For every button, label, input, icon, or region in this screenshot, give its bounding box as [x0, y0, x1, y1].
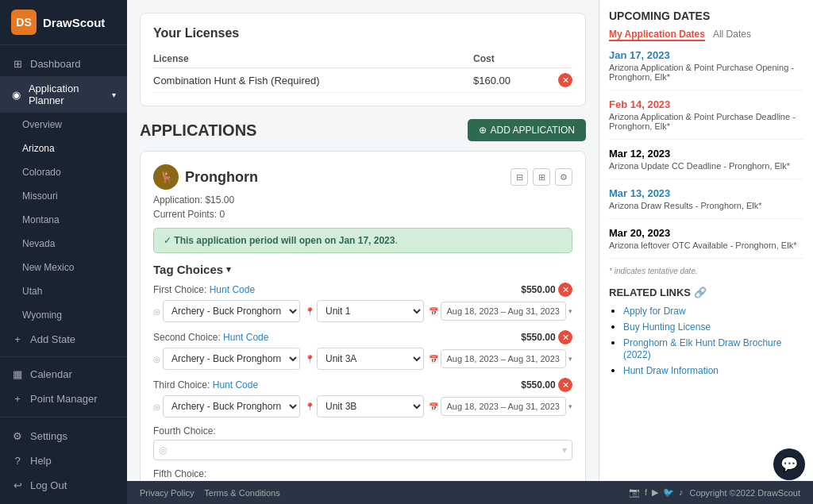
hunt-code-link-2[interactable]: Hunt Code — [223, 332, 268, 343]
tab-my-dates[interactable]: My Application Dates — [609, 29, 705, 41]
date-item-1: Jan 17, 2023 Arizona Application & Point… — [609, 49, 803, 90]
app-points: 0 — [219, 209, 225, 220]
sidebar-item-new-mexico[interactable]: New Mexico — [0, 256, 127, 279]
related-link-3: Pronghorn & Elk Hunt Draw Brochure (2022… — [623, 337, 803, 360]
date-desc-5: Arizona leftover OTC Available - Prongho… — [609, 240, 803, 250]
logo-area: DS DrawScout — [0, 0, 127, 45]
sidebar-item-label: Nevada — [22, 238, 55, 249]
remove-choice-2-button[interactable]: ✕ — [558, 330, 572, 344]
center-pane: Your Licenses License Cost Combination H… — [127, 0, 599, 481]
sidebar-item-logout[interactable]: ↩ Log Out — [0, 473, 127, 498]
hunt-type-wrap-1: ◎ Archery - Buck Pronghorn — [153, 300, 300, 322]
upcoming-tabs: My Application Dates All Dates — [609, 29, 803, 41]
sidebar-item-calendar[interactable]: ▦ Calendar — [0, 362, 127, 387]
sidebar-item-help[interactable]: ? Help — [0, 448, 127, 473]
right-pane: UPCOMING DATES My Application Dates All … — [599, 0, 813, 481]
sidebar-item-wyoming[interactable]: Wyoming — [0, 303, 127, 327]
choice-row-4: Fourth Choice: ◎ ▾ — [153, 425, 572, 460]
hunt-code-link-1[interactable]: Hunt Code — [210, 284, 255, 295]
app-name: Pronghorn — [185, 169, 258, 186]
sidebar-item-settings[interactable]: ⚙ Settings — [0, 424, 127, 448]
date-label-2: Feb 14, 2023 — [609, 98, 803, 110]
chevron-down-icon-4: ▾ — [562, 444, 567, 456]
sidebar-item-label: Overview — [22, 119, 62, 130]
sidebar-item-label: Utah — [22, 286, 42, 297]
date-desc-2: Arizona Application & Point Purchase Dea… — [609, 112, 803, 131]
app-cost: $15.00 — [205, 194, 234, 206]
date-label-4: Mar 13, 2023 — [609, 187, 803, 199]
sidebar-item-dashboard[interactable]: ⊞ Dashboard — [0, 52, 127, 76]
sidebar-bottom: ⚙ Settings ? Help ↩ Log Out — [0, 417, 127, 504]
tab-all-dates[interactable]: All Dates — [713, 29, 751, 41]
location-icon: 📍 — [305, 307, 314, 316]
terms-link[interactable]: Terms & Conditions — [204, 488, 279, 498]
unit-select-3[interactable]: Unit 3B — [317, 395, 424, 417]
sidebar-item-label: Help — [30, 455, 52, 467]
calendar-icon-1: 📅 — [429, 307, 438, 316]
choice-label-3: Third Choice: Hunt Code $550.00 ✕ — [153, 378, 572, 392]
apply-for-draw-link[interactable]: Apply for Draw — [623, 306, 686, 317]
sidebar-item-add-state[interactable]: + Add State — [0, 327, 127, 352]
choice-1-selects: ◎ Archery - Buck Pronghorn 📍 Unit 1 — [153, 300, 572, 322]
sidebar-item-label: Calendar — [30, 368, 72, 380]
choice-4-select[interactable]: ◎ ▾ — [153, 440, 572, 460]
settings-icon[interactable]: ⚙ — [555, 168, 572, 186]
calendar-icon-2: 📅 — [429, 355, 438, 364]
sidebar-item-point-manager[interactable]: + Point Manager — [0, 387, 127, 411]
buy-hunting-license-link[interactable]: Buy Hunting License — [623, 321, 711, 333]
remove-license-button[interactable]: ✕ — [558, 73, 572, 87]
facebook-icon[interactable]: f — [645, 487, 647, 498]
settings-icon: ⚙ — [11, 430, 24, 442]
date-label-1: Jan 17, 2023 — [609, 49, 803, 61]
chat-bubble-button[interactable]: 💬 — [773, 448, 805, 480]
sidebar-item-app-planner[interactable]: ◉ Application Planner ▾ — [0, 76, 127, 113]
chevron-date-3: ▾ — [568, 402, 572, 410]
sidebar-item-nevada[interactable]: Nevada — [0, 232, 127, 256]
hunt-code-link-3[interactable]: Hunt Code — [213, 379, 258, 391]
twitter-icon[interactable]: 🐦 — [663, 487, 674, 498]
tiktok-icon[interactable]: ♪ — [679, 487, 684, 498]
licenses-card: Your Licenses License Cost Combination H… — [140, 13, 586, 106]
date-desc-4: Arizona Draw Results - Pronghorn, Elk* — [609, 201, 803, 210]
unit-select-2[interactable]: Unit 3A — [317, 348, 424, 370]
hunt-type-select-1[interactable]: Archery - Buck Pronghorn — [163, 300, 300, 322]
social-icons: 📷 f ▶ 🐦 ♪ — [629, 487, 684, 498]
tentative-note: * indicates tentative date. — [609, 267, 803, 275]
application-card: 🦌 Pronghorn ⊟ ⊞ ⚙ Application: $15.00 — [140, 151, 586, 481]
sidebar-item-colorado[interactable]: Colorado — [0, 160, 127, 184]
grid-view-icon[interactable]: ⊟ — [511, 168, 528, 186]
sidebar-item-montana[interactable]: Montana — [0, 208, 127, 232]
choice-row-5: Fifth Choice: ◎ ▾ — [153, 468, 572, 481]
upcoming-dates-title: UPCOMING DATES — [609, 10, 803, 22]
remove-choice-1-button[interactable]: ✕ — [558, 283, 572, 297]
remove-choice-3-button[interactable]: ✕ — [558, 378, 572, 392]
app-card-header: 🦌 Pronghorn ⊟ ⊞ ⚙ — [153, 164, 572, 190]
date-desc-1: Arizona Application & Point Purchase Ope… — [609, 63, 803, 82]
footer-right: 📷 f ▶ 🐦 ♪ Copyright ©2022 DrawScout — [629, 487, 800, 498]
license-row: Combination Hunt & Fish (Required) $160.… — [153, 68, 572, 93]
add-application-button[interactable]: ⊕ ADD APPLICATION — [468, 119, 586, 141]
brochure-link[interactable]: Pronghorn & Elk Hunt Draw Brochure (2022… — [623, 337, 781, 360]
list-view-icon[interactable]: ⊞ — [533, 168, 550, 186]
hunt-type-select-3[interactable]: Archery - Buck Pronghorn — [163, 395, 300, 417]
plus-icon: ⊕ — [479, 125, 487, 136]
youtube-icon[interactable]: ▶ — [652, 487, 658, 498]
related-links-section: RELATED LINKS 🔗 Apply for Draw Buy Hunti… — [609, 287, 803, 376]
privacy-policy-link[interactable]: Privacy Policy — [140, 488, 194, 498]
target-icon-3: ◎ — [153, 402, 160, 411]
unit-select-1[interactable]: Unit 1 — [317, 300, 424, 322]
hunt-draw-info-link[interactable]: Hunt Draw Information — [623, 365, 719, 376]
unit-wrap-3: 📍 Unit 3B — [305, 395, 424, 417]
related-links-title: RELATED LINKS 🔗 — [609, 287, 803, 298]
hunt-type-select-2[interactable]: Archery - Buck Pronghorn — [163, 348, 300, 370]
sidebar-item-overview[interactable]: Overview — [0, 113, 127, 137]
sidebar-item-utah[interactable]: Utah — [0, 279, 127, 303]
instagram-icon[interactable]: 📷 — [629, 487, 640, 498]
applications-section: APPLICATIONS ⊕ ADD APPLICATION 🦌 Prongho… — [140, 119, 586, 481]
choice-label-5: Fifth Choice: — [153, 468, 572, 479]
sidebar-item-label: Wyoming — [22, 310, 62, 321]
sidebar-item-missouri[interactable]: Missouri — [0, 184, 127, 208]
sidebar-item-arizona[interactable]: Arizona — [0, 137, 127, 160]
notice-date: Jan 17, 2023 — [339, 235, 395, 246]
chevron-down-icon[interactable]: ▾ — [226, 264, 231, 275]
